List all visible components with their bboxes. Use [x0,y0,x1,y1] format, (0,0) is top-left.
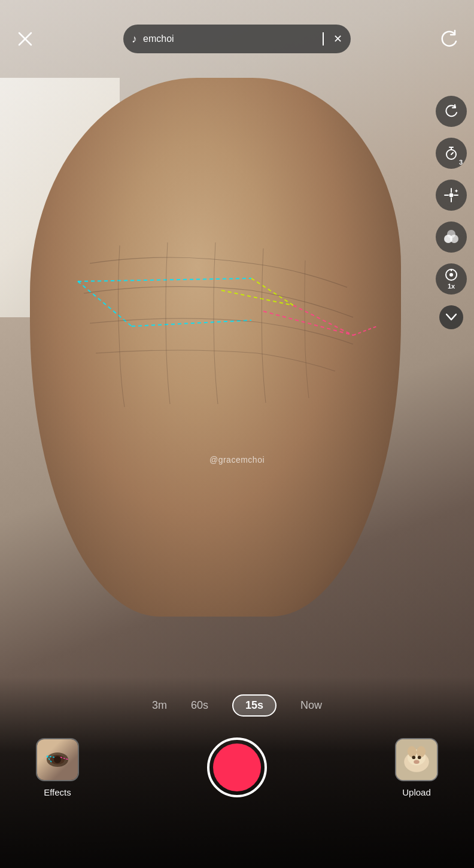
record-button[interactable] [207,738,267,797]
svg-point-39 [414,760,419,764]
svg-point-38 [418,755,421,759]
upload-dog-preview [396,738,437,781]
speed-label: 1x [448,283,455,290]
beauty-filter-button[interactable] [436,221,467,253]
music-search-bar[interactable]: ♪ emchoi ✕ [123,25,351,53]
duration-60s[interactable]: 60s [191,699,208,712]
duration-selector: 3m 60s 15s Now [152,694,322,717]
timer-icon [444,146,458,160]
beauty-icon [442,229,460,245]
right-toolbar: 3 ✦ 1x [436,96,467,329]
flip-camera-button[interactable] [436,96,467,127]
chevron-down-icon [446,314,457,321]
effects-label: Effects [44,787,71,797]
effects-button[interactable]: Effects [36,738,79,797]
svg-point-24 [449,273,453,277]
upload-thumbnail [395,738,438,781]
face [30,78,401,617]
svg-text:✦: ✦ [454,189,458,194]
music-text: emchoi [143,34,317,44]
timer-badge: 3 [459,159,463,166]
duration-15s[interactable]: 15s [232,694,276,717]
svg-point-22 [447,230,455,238]
magic-effects-button[interactable]: ✦ [436,180,467,211]
svg-point-28 [54,756,61,763]
top-bar: ♪ emchoi ✕ [0,0,474,66]
close-icon [17,31,34,47]
refresh-icon [438,28,460,50]
more-options-button[interactable] [439,305,463,329]
upload-label: Upload [402,787,431,797]
upload-button[interactable]: Upload [395,738,438,797]
effects-thumb-image [37,739,78,780]
svg-point-37 [412,755,415,759]
duration-3m[interactable]: 3m [152,699,167,712]
refresh-button[interactable] [436,26,462,52]
timer-button[interactable]: 3 [436,138,467,169]
upload-thumb-image [396,739,437,780]
bottom-controls: 3m 60s 15s Now Effe [0,676,474,868]
duration-now[interactable]: Now [300,699,322,712]
watermark-text: @gracemchoi [209,455,265,465]
close-button[interactable] [12,26,38,52]
music-search-close-icon[interactable]: ✕ [330,32,342,45]
record-button-inner [213,743,261,791]
cursor-blink [323,32,324,45]
effects-eye-preview [42,748,72,772]
record-row: Effects [0,738,474,797]
camera-feed [0,0,474,730]
svg-point-18 [449,193,454,198]
svg-line-13 [451,153,453,154]
magic-icon: ✦ [443,187,459,203]
flip-camera-icon [443,104,459,119]
speed-icon [445,268,458,281]
effects-thumbnail [36,738,79,781]
music-note-icon: ♪ [132,33,137,45]
speed-button[interactable]: 1x [436,263,467,295]
